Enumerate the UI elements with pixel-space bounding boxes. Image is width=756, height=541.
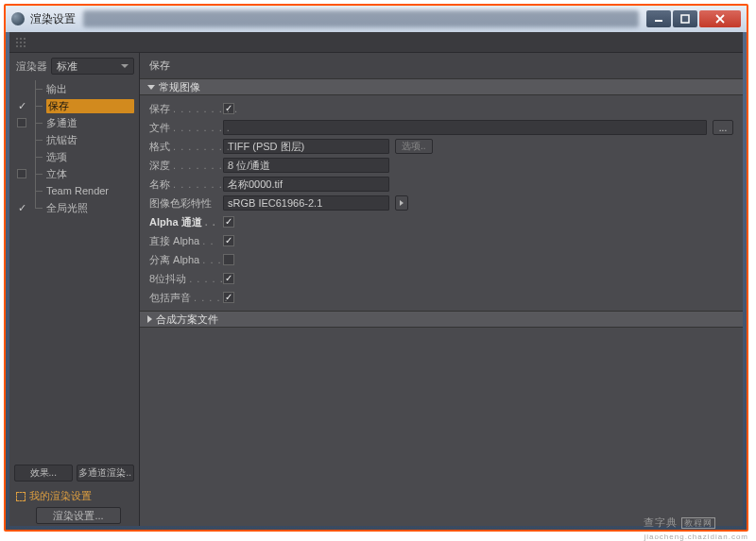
color-profile-expand[interactable] <box>395 195 408 211</box>
renderer-label: 渲染器 <box>16 59 47 74</box>
sidebar-item-options[interactable]: 选项 <box>14 148 134 165</box>
straight-alpha-checkbox[interactable] <box>223 235 234 246</box>
preset-selection-icon <box>16 492 26 501</box>
field-straight-alpha: 直接 Alpha . . <box>149 231 733 250</box>
multipass-render-button[interactable]: 多通道渲染.. <box>77 465 135 482</box>
name-select[interactable]: 名称0000.tif <box>223 177 389 192</box>
window-title: 渲染设置 <box>30 11 76 27</box>
watermark: 查字典 教程网 jiaocheng.chazidian.com <box>644 516 748 541</box>
color-profile-select[interactable]: sRGB IEC61966-2.1 <box>223 195 389 211</box>
sidebar-item-save[interactable]: ✓保存 <box>14 97 134 114</box>
preset-label: 我的渲染设置 <box>29 489 92 503</box>
file-input[interactable] <box>223 120 707 135</box>
sidebar-buttons: 效果... 多通道渲染.. <box>14 463 134 483</box>
field-include-sound: 包括声音 . . . . . <box>149 288 733 307</box>
sidebar-item-output[interactable]: 输出 <box>14 80 134 97</box>
window-controls <box>646 10 741 27</box>
format-options-button[interactable]: 选项.. <box>395 139 433 154</box>
browse-button[interactable]: ... <box>713 120 733 135</box>
sidebar-item-teamrender[interactable]: Team Render <box>14 182 134 199</box>
dither-checkbox[interactable] <box>223 273 234 284</box>
sidebar-item-gi[interactable]: ✓全局光照 <box>14 199 134 216</box>
renderer-selector: 渲染器 标准 <box>14 58 134 75</box>
render-settings-button[interactable]: 渲染设置... <box>36 507 121 524</box>
toolbar-strip <box>9 32 743 53</box>
triangle-down-icon <box>147 85 155 90</box>
titlebar[interactable]: 渲染设置 <box>6 6 747 32</box>
renderer-dropdown[interactable]: 标准 <box>51 58 134 75</box>
section-regular-image[interactable]: 常规图像 <box>140 78 743 95</box>
section-regular-fields: 保存 . . . . . . . . . 文件 . . . . . . . . … <box>140 95 743 311</box>
chevron-down-icon <box>121 64 129 68</box>
field-alpha-channel: Alpha 通道 . . <box>149 212 733 231</box>
depth-select[interactable]: 8 位/通道 <box>223 158 389 173</box>
minimize-button[interactable] <box>646 10 671 27</box>
section-compositing-file[interactable]: 合成方案文件 <box>140 311 743 328</box>
app-icon <box>11 12 25 25</box>
maximize-button[interactable] <box>673 10 697 27</box>
alpha-channel-checkbox[interactable] <box>223 216 234 228</box>
format-select[interactable]: TIFF (PSD 图层) <box>223 139 389 154</box>
field-color-profile: 图像色彩特性 sRGB IEC61966-2.1 <box>149 194 733 212</box>
sidebar-item-antialias[interactable]: 抗锯齿 <box>14 131 134 148</box>
close-button[interactable] <box>699 10 741 27</box>
field-save: 保存 . . . . . . . . . <box>149 99 733 118</box>
grid-icon <box>15 37 26 48</box>
field-file: 文件 . . . . . . . . ... <box>149 118 733 137</box>
separate-alpha-checkbox[interactable] <box>223 254 234 265</box>
sidebar-item-multipass[interactable]: 多通道 <box>14 114 134 131</box>
content: 渲染器 标准 输出 ✓保存 多通道 抗锯齿 选项 立体 Team Render … <box>9 32 743 526</box>
field-depth: 深度 . . . . . . . . 8 位/通道 <box>149 156 733 175</box>
titlebar-blur <box>83 10 639 27</box>
panel: 保存 常规图像 保存 . . . . . . . . . 文件 . . . . … <box>140 53 743 526</box>
window-frame: 渲染设置 渲染器 标准 输出 ✓保存 <box>4 4 748 532</box>
renderer-value: 标准 <box>57 59 77 74</box>
field-separate-alpha: 分离 Alpha . . . <box>149 250 733 269</box>
triangle-right-icon <box>147 315 152 323</box>
sidebar: 渲染器 标准 输出 ✓保存 多通道 抗锯齿 选项 立体 Team Render … <box>9 53 140 526</box>
sidebar-list: 输出 ✓保存 多通道 抗锯齿 选项 立体 Team Render ✓全局光照 <box>14 80 134 216</box>
field-format: 格式 . . . . . . . . TIFF (PSD 图层) 选项.. <box>149 137 733 156</box>
sidebar-item-stereo[interactable]: 立体 <box>14 165 134 182</box>
svg-rect-1 <box>681 15 689 23</box>
triangle-right-icon <box>400 200 404 206</box>
effect-button[interactable]: 效果... <box>14 465 73 482</box>
field-name: 名称 . . . . . . . . 名称0000.tif <box>149 175 733 194</box>
panel-title: 保存 <box>140 53 743 78</box>
preset-row[interactable]: 我的渲染设置 <box>14 489 134 503</box>
main-area: 渲染器 标准 输出 ✓保存 多通道 抗锯齿 选项 立体 Team Render … <box>9 53 743 526</box>
field-dither: 8位抖动 . . . . . <box>149 269 733 288</box>
